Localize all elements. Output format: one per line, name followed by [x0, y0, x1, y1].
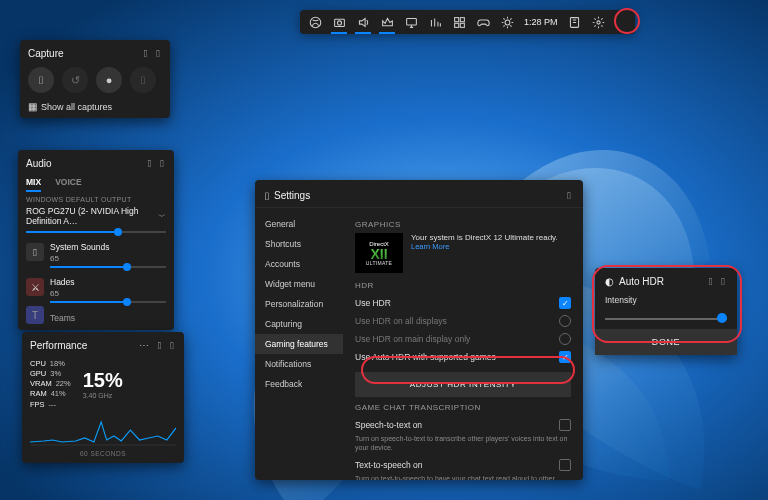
done-button[interactable]: DONE — [595, 329, 737, 355]
pin-icon[interactable] — [707, 274, 715, 289]
nav-shortcuts[interactable]: Shortcuts — [255, 234, 343, 254]
nav-general[interactable]: General — [255, 214, 343, 234]
teams-label: Teams — [50, 313, 166, 323]
perf-stats: CPU18% GPU3% VRAM22% RAM41% FPS--- — [30, 359, 71, 410]
settings-nav: General Shortcuts Accounts Widget menu P… — [255, 208, 343, 480]
nav-personalization[interactable]: Personalization — [255, 294, 343, 314]
svg-rect-5 — [454, 17, 458, 21]
close-icon[interactable] — [719, 274, 727, 289]
hades-label: Hades — [50, 277, 166, 287]
game-bar-clock: 1:28 PM — [520, 17, 562, 27]
autohdr-title: Auto HDR — [619, 276, 702, 287]
settings-title: Settings — [274, 190, 560, 201]
perf-title: Performance — [30, 340, 132, 351]
chat-section-header: GAME CHAT TRANSCRIPTION — [355, 403, 571, 412]
gear-icon — [265, 190, 269, 202]
capture-bar-icon[interactable] — [328, 12, 350, 32]
audio-title: Audio — [26, 158, 141, 169]
show-all-label: Show all captures — [41, 102, 112, 112]
record-button[interactable] — [96, 67, 122, 93]
hades-slider[interactable] — [50, 301, 166, 303]
settings-panel: Settings General Shortcuts Accounts Widg… — [255, 180, 583, 480]
performance-bar-icon[interactable] — [376, 12, 398, 32]
auto-hdr-widget: ◐ Auto HDR Intensity DONE — [595, 268, 737, 355]
resources-bar-icon[interactable] — [424, 12, 446, 32]
close-icon[interactable] — [154, 46, 162, 61]
system-sounds-value: 65 — [50, 254, 166, 263]
svg-rect-4 — [406, 18, 416, 25]
tab-voice[interactable]: VOICE — [55, 177, 81, 192]
output-section-label: WINDOWS DEFAULT OUTPUT — [26, 196, 166, 203]
intensity-slider[interactable] — [605, 311, 727, 325]
directx-badge: DirectX XII ULTIMATE — [355, 233, 403, 273]
audio-device-name: ROG PG27U (2- NVIDIA High Definition A… — [26, 206, 158, 226]
nav-notifications[interactable]: Notifications — [255, 354, 343, 374]
adjust-hdr-intensity-button[interactable]: ADJUST HDR INTENSITY — [355, 372, 571, 397]
speaker-icon — [26, 243, 44, 261]
widget-store-icon[interactable] — [448, 12, 470, 32]
brightness-bar-icon[interactable] — [496, 12, 518, 32]
svg-rect-7 — [454, 23, 458, 27]
graphics-section-header: GRAPHICS — [355, 220, 571, 229]
nav-capturing[interactable]: Capturing — [255, 314, 343, 334]
more-icon[interactable]: ⋯ — [137, 338, 151, 353]
device-chevron-icon[interactable]: ﹀ — [158, 211, 166, 222]
svg-point-3 — [337, 20, 341, 24]
hdr-all-radio[interactable] — [559, 315, 571, 327]
perf-footer: 60 SECONDS — [30, 450, 176, 457]
nav-widget-menu[interactable]: Widget menu — [255, 274, 343, 294]
mic-toggle-button[interactable] — [130, 67, 156, 93]
app-icon-hades: ⚔ — [26, 278, 44, 296]
stt-label: Speech-to-text on — [355, 420, 422, 430]
hdr-section-header: HDR — [355, 281, 571, 290]
stt-checkbox[interactable] — [559, 419, 571, 431]
performance-widget: Performance ⋯ CPU18% GPU3% VRAM22% RAM41… — [22, 332, 184, 463]
display-bar-icon[interactable] — [400, 12, 422, 32]
xbox-icon[interactable] — [304, 12, 326, 32]
use-hdr-checkbox[interactable]: ✓ — [559, 297, 571, 309]
tts-checkbox[interactable] — [559, 459, 571, 471]
close-icon[interactable] — [565, 188, 573, 203]
nav-gaming-features[interactable]: Gaming features — [255, 334, 343, 354]
system-sounds-label: System Sounds — [50, 242, 166, 252]
show-all-captures-link[interactable]: ▦ Show all captures — [28, 101, 162, 112]
settings-bar-icon[interactable] — [588, 12, 610, 32]
xbox-game-bar: 1:28 PM — [300, 10, 635, 34]
audio-bar-icon[interactable] — [352, 12, 374, 32]
record-last-button[interactable]: ↺ — [62, 67, 88, 93]
gamepad-bar-icon[interactable] — [472, 12, 494, 32]
perf-big-value: 15% — [83, 369, 176, 392]
audio-widget: Audio MIX VOICE WINDOWS DEFAULT OUTPUT R… — [18, 150, 174, 330]
pin-icon[interactable] — [156, 338, 164, 353]
pin-icon[interactable] — [142, 46, 150, 61]
learn-more-link[interactable]: Learn More — [411, 242, 558, 251]
svg-point-11 — [597, 20, 600, 23]
pin-icon[interactable] — [146, 156, 154, 171]
svg-point-1 — [310, 17, 321, 28]
perf-sparkline — [30, 414, 176, 446]
capture-widget: Capture ↺ ▦ Show all captures — [20, 40, 170, 118]
hdr-main-radio[interactable] — [559, 333, 571, 345]
perf-sub: 3.40 GHz — [83, 392, 176, 399]
svg-rect-8 — [460, 23, 464, 27]
svg-rect-6 — [460, 17, 464, 21]
auto-hdr-checkbox[interactable]: ✓ — [559, 351, 571, 363]
master-volume-slider[interactable] — [26, 231, 166, 233]
close-icon[interactable] — [168, 338, 176, 353]
hdr-all-label: Use HDR on all displays — [355, 316, 447, 326]
use-hdr-label: Use HDR — [355, 298, 391, 308]
tts-description: Turn on text-to-speech to have your chat… — [355, 474, 571, 480]
auto-hdr-label: Use Auto HDR with supported games — [355, 352, 496, 362]
screenshot-button[interactable] — [28, 67, 54, 93]
capture-title: Capture — [28, 48, 137, 59]
nav-feedback[interactable]: Feedback — [255, 374, 343, 394]
system-sounds-slider[interactable] — [50, 266, 166, 268]
nav-accounts[interactable]: Accounts — [255, 254, 343, 274]
close-icon[interactable] — [158, 156, 166, 171]
gfx-status-text: Your system is DirectX 12 Ultimate ready… — [411, 233, 558, 242]
tab-mix[interactable]: MIX — [26, 177, 41, 192]
svg-point-9 — [505, 20, 510, 25]
hdr-icon: ◐ — [605, 276, 614, 287]
svg-rect-2 — [334, 19, 344, 26]
notifications-bar-icon[interactable] — [564, 12, 586, 32]
